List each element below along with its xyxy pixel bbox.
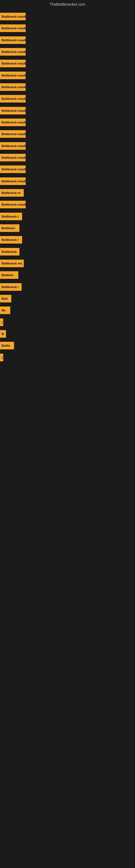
bar-label: Bottlenec [0, 224, 19, 232]
chart-area: Bottleneck resultBottleneck resultBottle… [0, 9, 135, 866]
bar-item: Bottleneck result [0, 107, 26, 115]
bar-label: Bottlene [0, 271, 18, 279]
bar-item: Bottleneck r [0, 283, 21, 291]
bar-label: Bott [0, 295, 11, 303]
bar-label: Bottleneck r [0, 236, 22, 244]
bar-label: Bottleneck result [0, 119, 26, 126]
site-title: TheBottlenecker.com [0, 0, 135, 9]
bar-label: Bo [0, 307, 10, 314]
bar-label: | [0, 318, 3, 326]
bar-item: Bottleneck r [0, 213, 22, 220]
bar-label: Bottleneck result [0, 177, 26, 185]
bar-label: Bottleneck result [0, 154, 26, 161]
bar-label: Bottle [0, 342, 14, 349]
bar-item: Bottleneck res [0, 259, 24, 267]
bar-label: Bottleneck re [0, 189, 24, 197]
bar-item: | [0, 318, 2, 326]
bar-item: Bottleneck result [0, 95, 26, 102]
bar-label: Bottleneck result [0, 83, 26, 91]
bar-item: Bottleneck result [0, 130, 26, 138]
bar-label: B [0, 330, 6, 338]
bar-item: Bottleneck result [0, 48, 26, 56]
bar-item: Bottleneck result [0, 201, 26, 208]
bar-label: Bottleneck result [0, 48, 26, 56]
bar-item: Bottleneck result [0, 60, 26, 67]
bar-item: | [0, 354, 2, 361]
bar-label: Bottleneck result [0, 107, 26, 115]
bar-item: Bottlenec [0, 224, 19, 232]
bar-label: Bottleneck result [0, 36, 26, 44]
bar-item: Bottleneck result [0, 72, 26, 79]
bar-item: Bottleneck result [0, 142, 26, 150]
bar-item: Bottleneck result [0, 177, 26, 185]
bar-item: Bottleneck r [0, 236, 22, 244]
bar-item: Bottlene [0, 271, 18, 279]
bar-label: Bottleneck [0, 248, 19, 255]
bar-label: Bottleneck result [0, 60, 26, 67]
bar-label: Bottleneck result [0, 142, 26, 150]
bar-item: Bottleneck re [0, 189, 24, 197]
bar-item: Bott [0, 295, 11, 303]
bar-label: Bottleneck res [0, 259, 24, 267]
bar-label: Bottleneck result [0, 72, 26, 79]
bar-item: Bottleneck result [0, 154, 26, 161]
bar-item: Bottleneck [0, 248, 19, 255]
bar-item: Bo [0, 307, 10, 314]
bar-item: Bottleneck result [0, 83, 26, 91]
bar-label: | [0, 354, 3, 361]
bar-label: Bottleneck result [0, 24, 26, 32]
bar-label: Bottleneck result [0, 201, 26, 208]
bar-item: Bottleneck result [0, 119, 26, 126]
bar-item: Bottleneck result [0, 24, 26, 32]
bar-label: Bottleneck result [0, 130, 26, 138]
bar-item: Bottleneck result [0, 165, 26, 173]
bar-label: Bottleneck r [0, 283, 21, 291]
bar-label: Bottleneck r [0, 213, 22, 220]
bar-item: B [0, 330, 6, 338]
bar-item: Bottleneck result [0, 36, 26, 44]
bar-label: Bottleneck result [0, 165, 26, 173]
bar-label: Bottleneck result [0, 13, 26, 20]
bar-item: Bottle [0, 342, 14, 349]
bar-label: Bottleneck result [0, 95, 26, 102]
bar-item: Bottleneck result [0, 13, 26, 20]
